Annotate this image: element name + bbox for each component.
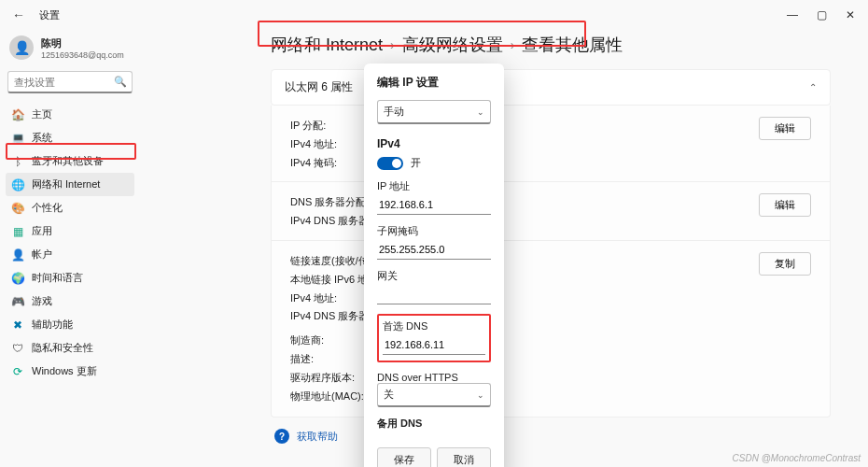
user-profile[interactable]: 👤 陈明 1251693648@qq.com — [6, 34, 134, 67]
subnet-label: 子网掩码 — [377, 224, 491, 238]
ipv4-heading: IPv4 — [377, 137, 491, 150]
sidebar-item-label: 个性化 — [32, 201, 63, 215]
sidebar-item-system[interactable]: 💻系统 — [6, 126, 134, 149]
cancel-button[interactable]: 取消 — [437, 447, 491, 467]
ip-address-input[interactable] — [377, 195, 491, 215]
highlight-dns: 首选 DNS — [377, 314, 491, 362]
dns-input[interactable] — [383, 335, 485, 355]
label: IPv4 DNS 服务器: — [290, 307, 759, 326]
sidebar-item-accessibility[interactable]: ✖辅助功能 — [6, 313, 134, 336]
close-button[interactable]: ✕ — [846, 8, 855, 21]
alt-dns-label: 备用 DNS — [377, 417, 491, 431]
label: IP 分配: — [290, 117, 759, 135]
sidebar-item-label: 辅助功能 — [32, 318, 73, 332]
chevron-down-icon: ⌄ — [477, 390, 484, 400]
label: 链接速度(接收/传输): — [290, 252, 759, 271]
dialog-title: 编辑 IP 设置 — [377, 75, 491, 91]
subnet-input[interactable] — [377, 240, 491, 260]
personalize-icon: 🎨 — [11, 202, 24, 215]
sidebar-item-accounts[interactable]: 👤帐户 — [6, 243, 134, 266]
bluetooth-icon: ᛒ — [11, 155, 24, 168]
label: 制造商: — [290, 332, 759, 350]
gaming-icon: 🎮 — [11, 295, 24, 308]
toggle-on-label: 开 — [411, 156, 421, 170]
apps-icon: ▦ — [11, 225, 24, 238]
network-icon: 🌐 — [11, 178, 24, 191]
copy-button[interactable]: 复制 — [759, 252, 811, 276]
time-icon: 🌍 — [11, 272, 24, 285]
section-header[interactable]: 以太网 6 属性 ⌃ — [271, 69, 831, 106]
edit-ip-dialog: 编辑 IP 设置 手动 ⌄ IPv4 开 IP 地址 子网掩码 网关 首选 DN… — [364, 64, 504, 467]
accounts-icon: 👤 — [11, 248, 24, 262]
watermark: CSDN @MonochromeContrast — [733, 453, 861, 463]
chevron-up-icon: ⌃ — [809, 82, 817, 92]
chevron-right-icon: › — [511, 37, 515, 52]
chevron-down-icon: ⌄ — [477, 107, 484, 117]
sidebar-item-update[interactable]: ⟳Windows 更新 — [6, 360, 134, 383]
sidebar-item-home[interactable]: 🏠主页 — [6, 103, 134, 126]
breadcrumb: 网络和 Internet › 高级网络设置 › 查看其他属性 — [271, 32, 831, 64]
label: 描述: — [290, 350, 759, 369]
sidebar-item-label: 主页 — [32, 107, 52, 121]
sidebar-item-personalize[interactable]: 🎨个性化 — [6, 196, 134, 219]
system-icon: 💻 — [11, 132, 24, 145]
help-icon: ? — [274, 429, 289, 444]
doh-value: 关 — [384, 388, 394, 402]
avatar: 👤 — [9, 35, 34, 60]
sidebar-item-label: 应用 — [32, 224, 52, 238]
home-icon: 🏠 — [11, 108, 24, 121]
label: IPv4 地址: — [290, 135, 759, 154]
label: 驱动程序版本: — [290, 369, 759, 388]
sidebar-item-label: 网络和 Internet — [32, 177, 100, 191]
sidebar-item-apps[interactable]: ▦应用 — [6, 219, 134, 243]
label: DNS 服务器分配: — [290, 193, 759, 212]
edit-button[interactable]: 编辑 — [759, 117, 811, 140]
user-email: 1251693648@qq.com — [41, 50, 124, 60]
breadcrumb-b[interactable]: 高级网络设置 — [402, 34, 503, 56]
label: 物理地址(MAC): — [290, 388, 759, 406]
privacy-icon: 🛡 — [11, 342, 24, 355]
doh-select[interactable]: 关 ⌄ — [377, 383, 491, 407]
ip-address-label: IP 地址 — [377, 179, 491, 193]
breadcrumb-c: 查看其他属性 — [522, 34, 623, 56]
edit-button[interactable]: 编辑 — [759, 193, 811, 217]
accessibility-icon: ✖ — [11, 318, 24, 332]
sidebar-item-label: 游戏 — [32, 294, 52, 308]
label: IPv4 DNS 服务器: — [290, 212, 759, 231]
section-panel: IP 分配: IPv4 地址: IPv4 掩码: 编辑 DNS 服务器分配: I… — [271, 106, 831, 417]
gateway-label: 网关 — [377, 269, 491, 283]
sidebar-item-label: 隐私和安全性 — [32, 341, 93, 355]
search-box[interactable]: 🔍 — [7, 71, 133, 93]
sidebar-item-label: 系统 — [32, 131, 52, 145]
gateway-input[interactable] — [377, 285, 491, 304]
sidebar-item-label: Windows 更新 — [32, 364, 97, 378]
help-label: 获取帮助 — [297, 430, 338, 444]
ipv4-toggle[interactable] — [377, 157, 403, 170]
sidebar-item-label: 蓝牙和其他设备 — [32, 154, 104, 168]
ip-mode-value: 手动 — [384, 105, 404, 119]
section-title: 以太网 6 属性 — [285, 79, 353, 95]
user-name: 陈明 — [41, 36, 124, 50]
sidebar-item-privacy[interactable]: 🛡隐私和安全性 — [6, 336, 134, 360]
doh-label: DNS over HTTPS — [377, 372, 491, 383]
label: IPv4 地址: — [290, 290, 759, 308]
window-title: 设置 — [39, 8, 60, 22]
update-icon: ⟳ — [11, 365, 24, 378]
sidebar-item-label: 帐户 — [32, 248, 52, 262]
dns-label: 首选 DNS — [383, 319, 485, 333]
minimize-button[interactable]: — — [787, 8, 798, 21]
sidebar-item-bluetooth[interactable]: ᛒ蓝牙和其他设备 — [6, 149, 134, 173]
search-icon: 🔍 — [114, 76, 127, 88]
label: IPv4 掩码: — [290, 154, 759, 173]
sidebar-item-gaming[interactable]: 🎮游戏 — [6, 290, 134, 313]
save-button[interactable]: 保存 — [377, 447, 431, 467]
label: 本地链接 IPv6 地址: — [290, 271, 759, 290]
back-button[interactable]: ← — [7, 4, 30, 26]
breadcrumb-a[interactable]: 网络和 Internet — [271, 34, 383, 56]
sidebar-item-time[interactable]: 🌍时间和语言 — [6, 266, 134, 290]
chevron-right-icon: › — [390, 37, 395, 52]
maximize-button[interactable]: ▢ — [817, 8, 827, 21]
ip-mode-select[interactable]: 手动 ⌄ — [377, 100, 491, 124]
sidebar-item-network[interactable]: 🌐网络和 Internet — [6, 173, 134, 196]
help-link[interactable]: ? 获取帮助 — [271, 417, 831, 455]
